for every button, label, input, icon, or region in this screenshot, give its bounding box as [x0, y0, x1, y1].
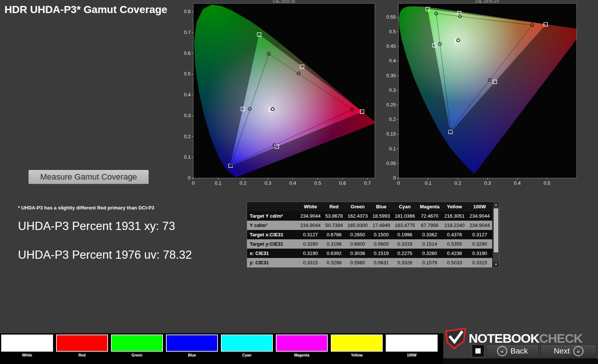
table-cell: 53.8678 [323, 211, 345, 221]
swatch-label: White [1, 353, 53, 357]
measurement-table: WhiteRedGreenBlueCyanMagentaYellow100WTa… [247, 202, 499, 268]
bottom-strip [443, 358, 598, 364]
svg-text:0: 0 [192, 180, 194, 186]
svg-text:0: 0 [397, 180, 400, 186]
double-chevron-right-icon: » [573, 346, 583, 356]
svg-text:0.35: 0.35 [386, 73, 396, 78]
square-icon [475, 348, 481, 354]
table-row: x: CIE310.31900.63920.30360.15190.22750.… [247, 249, 492, 258]
table-cell: 0.2275 [392, 249, 417, 258]
scrollbar-thumb[interactable] [494, 208, 498, 252]
back-button[interactable]: « Back [486, 344, 539, 358]
svg-text:0.5: 0.5 [314, 180, 321, 186]
svg-text:0.7: 0.7 [184, 29, 191, 35]
table-cell: 218.2240 [442, 221, 467, 230]
table-cell: 0.3362 [417, 230, 442, 239]
swatch-color-patch [276, 335, 328, 352]
percent-1976-label: UHDA-P3 Percent 1976 uv: 78.32 [18, 248, 192, 262]
swatch-label: 100W [386, 353, 438, 357]
table-cell: 0.3290 [467, 239, 492, 249]
svg-text:0.05: 0.05 [386, 161, 396, 166]
table-cell: 0.0631 [370, 258, 392, 267]
svg-text:0.8: 0.8 [184, 9, 191, 14]
table-cell: 0.2650 [345, 230, 370, 239]
swatch-red: Red [56, 335, 108, 364]
svg-text:0.3: 0.3 [484, 180, 491, 186]
svg-text:0.3: 0.3 [389, 87, 396, 93]
table-cell: 0.3190 [298, 249, 323, 258]
column-header-cyan: Cyan [392, 202, 417, 211]
column-header-green: Green [345, 202, 370, 211]
cie-1976-uv-chart: 00.050.10.150.20.250.30.350.40.450.50.55… [385, 0, 589, 187]
svg-text:0.2: 0.2 [240, 180, 246, 186]
svg-text:0.45: 0.45 [386, 43, 396, 49]
table-cell: 234.9044 [467, 211, 492, 221]
table-header-row: WhiteRedGreenBlueCyanMagentaYellow100W [247, 202, 492, 211]
next-button[interactable]: Next » [540, 344, 597, 358]
table-row: Y cd/m²234.904450.7384165.930017.4949183… [247, 221, 492, 230]
svg-text:0.4: 0.4 [289, 180, 296, 186]
table-cell: 17.4949 [370, 221, 392, 230]
scroll-down-icon[interactable]: ▼ [493, 262, 499, 267]
page-title: HDR UHDA-P3* Gamut Coverage [4, 4, 167, 16]
table-cell: 0.3290 [298, 239, 323, 249]
row-label: y: CIE31 [247, 258, 298, 267]
swatch-blue: Blue [166, 335, 218, 364]
column-header-blue: Blue [370, 202, 392, 211]
swatch-label: Blue [166, 353, 218, 357]
table-cell: 0.1519 [370, 249, 392, 258]
swatch-yellow: Yellow [331, 335, 383, 364]
measurement-table-grid: WhiteRedGreenBlueCyanMagentaYellow100WTa… [247, 202, 492, 267]
measure-gamut-coverage-button[interactable]: Measure Gamut Coverage [28, 170, 149, 184]
brand-text-secondary: CHECK [539, 331, 582, 345]
table-cell: 183.4775 [392, 221, 417, 230]
table-cell: 67.7956 [417, 221, 442, 230]
table-row: y: CIE310.33150.32980.59800.06310.33260.… [247, 258, 492, 267]
table-cell: 0.1996 [392, 230, 417, 239]
svg-text:0.3: 0.3 [265, 180, 271, 186]
table-cell: 0.1579 [417, 258, 442, 267]
brand-text-primary: NOTEBOOK [469, 331, 539, 345]
swatch-magenta: Magenta [276, 335, 328, 364]
svg-text:0.2: 0.2 [454, 180, 461, 186]
table-cell: 0.3315 [467, 258, 492, 267]
table-cell: 0.3036 [345, 249, 370, 258]
swatch-color-patch [111, 335, 163, 352]
swatch-color-patch [56, 335, 108, 352]
swatch-label: Cyan [221, 353, 273, 357]
cie-1976-uv-diagram: 00.050.10.150.20.250.30.350.40.450.50.55… [385, 0, 589, 187]
svg-text:0.5: 0.5 [389, 29, 396, 34]
svg-text:0.25: 0.25 [386, 102, 396, 108]
table-cell: 0.3260 [417, 249, 442, 258]
svg-text:0.6: 0.6 [339, 180, 346, 186]
chart-title: CIE 1931 xy [273, 0, 295, 3]
table-cell: 234.9044 [298, 211, 323, 221]
svg-text:0.2: 0.2 [389, 116, 396, 122]
cie-1931-xy-chart: 00.10.20.30.40.50.60.70.800.10.20.30.40.… [179, 0, 377, 187]
row-label: Target Y cd/m² [247, 211, 298, 221]
table-cell: 165.9300 [345, 221, 370, 230]
swatch-color-patch [1, 335, 53, 352]
column-header-white: White [298, 202, 323, 211]
navigation-buttons: « Back Next » [472, 344, 597, 358]
table-cell: 0.4376 [442, 230, 467, 239]
swatch-label: Green [111, 353, 163, 357]
svg-text:0: 0 [393, 175, 396, 181]
table-scrollbar[interactable]: ▲ ▼ [493, 202, 499, 267]
table-cell: 0.3127 [298, 230, 323, 239]
table-cell: 0.3315 [298, 258, 323, 267]
row-label: x: CIE31 [247, 249, 298, 258]
scroll-up-icon[interactable]: ▲ [493, 202, 499, 208]
brand-text: NOTEBOOKCHECK [469, 331, 582, 346]
table-row: Target y:CIE310.32900.31960.69000.06000.… [247, 239, 492, 249]
svg-text:0.3: 0.3 [184, 113, 191, 118]
table-cell: 0.3326 [392, 258, 417, 267]
swatch-green: Green [111, 335, 163, 364]
square-icon-button[interactable] [472, 345, 484, 357]
swatch-color-patch [331, 335, 383, 352]
column-header-100w: 100W [467, 202, 492, 211]
row-label: Target x:CIE31 [247, 230, 298, 239]
table-cell: 0.6392 [323, 249, 345, 258]
table-cell: 0.6786 [323, 230, 345, 239]
swatch-white: White [1, 335, 53, 364]
